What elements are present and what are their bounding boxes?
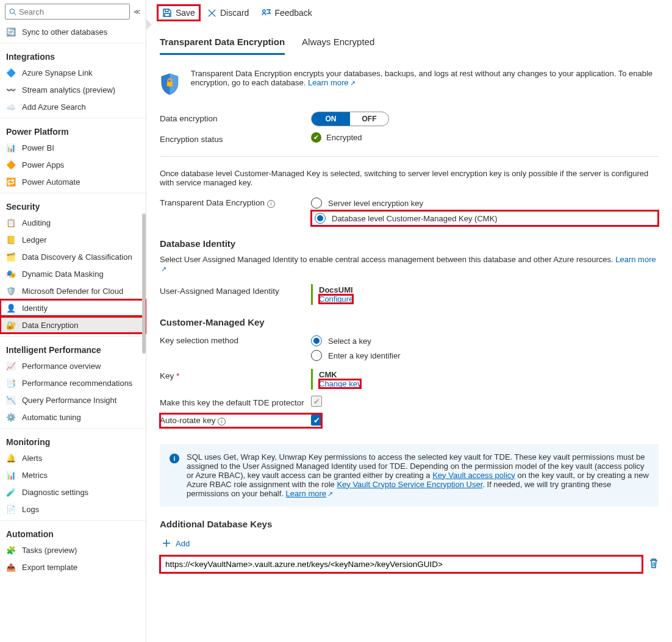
label-key-selection: Key selection method: [160, 333, 311, 345]
radio-server-key[interactable]: Server level encryption key: [311, 196, 659, 210]
discard-button[interactable]: Discard: [202, 5, 254, 21]
save-icon: [162, 8, 172, 18]
label-default-protector: Make this key the default TDE protector: [160, 396, 311, 407]
svg-point-4: [263, 10, 265, 12]
svg-line-1: [14, 13, 16, 15]
sidebar-item-data-encryption[interactable]: 🔐Data Encryption: [0, 316, 146, 333]
permission-callout: i SQL uses Get, Wrap Key, Unwrap Key per…: [160, 444, 659, 507]
section-intelligent: Intelligent Performance: [0, 339, 146, 357]
reco-icon: 📑: [6, 378, 16, 388]
label-uami: User-Assigned Managed Identity: [160, 284, 311, 296]
sidebar-item-diag[interactable]: 🧪Diagnostic settings: [0, 483, 146, 501]
tune-icon: ⚙️: [6, 412, 16, 422]
sidebar-item-ledger[interactable]: 📒Ledger: [0, 231, 146, 248]
metrics-icon: 📊: [6, 470, 16, 480]
sidebar-item-metrics[interactable]: 📊Metrics: [0, 466, 146, 483]
cmk-note: Once database level Customer-Managed Key…: [160, 169, 659, 187]
feedback-button[interactable]: Feedback: [256, 5, 316, 21]
sidebar: ≪ 🔄 Sync to other databases Integrations…: [0, 0, 146, 642]
intro-learn-link[interactable]: Learn more: [308, 78, 355, 87]
status-text: Encrypted: [326, 133, 362, 142]
sidebar-item-stream[interactable]: 〰️Stream analytics (preview): [0, 81, 146, 98]
sidebar-item-qpi[interactable]: 📉Query Performance Insight: [0, 391, 146, 408]
sidebar-item-logs[interactable]: 📄Logs: [0, 501, 146, 518]
section-power: Power Platform: [0, 121, 146, 139]
add-key-button[interactable]: Add: [160, 535, 192, 552]
trash-icon: [649, 558, 659, 569]
label-data-encryption: Data encryption: [160, 112, 311, 123]
plus-icon: [162, 539, 171, 547]
scrollbar-thumb[interactable]: [142, 213, 146, 354]
section-automation: Automation: [0, 523, 146, 541]
sidebar-item-discovery[interactable]: 🗂️Data Discovery & Classification: [0, 248, 146, 265]
radio-select-key[interactable]: Select a key: [311, 333, 659, 348]
sidebar-item-autotune[interactable]: ⚙️Automatic tuning: [0, 408, 146, 426]
synapse-icon: 🔷: [6, 68, 16, 77]
section-security: Security: [0, 196, 146, 214]
cloud-search-icon: ☁️: [6, 102, 16, 112]
sidebar-item-search[interactable]: ☁️Add Azure Search: [0, 98, 146, 115]
checkbox-auto-rotate[interactable]: ✔: [311, 415, 322, 426]
toggle-on[interactable]: ON: [312, 112, 350, 126]
alerts-icon: 🔔: [6, 453, 16, 463]
sidebar-item-synapse[interactable]: 🔷Azure Synapse Link: [0, 64, 146, 81]
change-key-link[interactable]: Change key: [319, 379, 361, 388]
main-content: Save Discard Feedback Transparent Data E…: [146, 0, 672, 642]
discard-icon: [207, 9, 216, 18]
defender-icon: 🛡️: [6, 286, 16, 296]
encryption-toggle[interactable]: ON OFF: [311, 112, 389, 126]
discovery-icon: 🗂️: [6, 252, 16, 262]
ledger-icon: 📒: [6, 235, 16, 244]
radio-enter-key[interactable]: Enter a key identifier: [311, 348, 659, 363]
sidebar-item-perf-overview[interactable]: 📈Performance overview: [0, 357, 146, 374]
toggle-off[interactable]: OFF: [350, 112, 388, 126]
intro-banner: Transparent Data Encryption encrypts you…: [160, 69, 659, 99]
sidebar-item-defender[interactable]: 🛡️Microsoft Defender for Cloud: [0, 282, 146, 299]
perf-icon: 📈: [6, 361, 16, 371]
stream-icon: 〰️: [6, 85, 16, 95]
checkbox-default-protector[interactable]: ✔: [311, 396, 322, 407]
toolbar: Save Discard Feedback: [146, 0, 672, 26]
tab-always-encrypted[interactable]: Always Encrypted: [302, 33, 374, 55]
sidebar-item-perf-reco[interactable]: 📑Performance recommendations: [0, 374, 146, 391]
logs-icon: 📄: [6, 504, 16, 514]
svg-rect-5: [167, 82, 173, 86]
save-button[interactable]: Save: [157, 5, 200, 21]
collapse-sidebar-icon[interactable]: ≪: [134, 8, 141, 16]
heading-cmk: Customer-Managed Key: [160, 317, 659, 327]
automate-icon: 🔁: [6, 177, 16, 187]
auditing-icon: 📋: [6, 218, 16, 227]
sidebar-item-identity[interactable]: 👤Identity: [0, 299, 146, 316]
link-kv-crypto-role[interactable]: Key Vault Crypto Service Encryption User: [337, 480, 482, 489]
sidebar-item-automate[interactable]: 🔁Power Automate: [0, 173, 146, 190]
sidebar-item-auditing[interactable]: 📋Auditing: [0, 214, 146, 231]
sidebar-item-powerapps[interactable]: 🔶Power Apps: [0, 156, 146, 173]
sidebar-item-alerts[interactable]: 🔔Alerts: [0, 449, 146, 466]
qpi-icon: 📉: [6, 395, 16, 405]
shield-icon: [160, 69, 180, 99]
export-icon: 📤: [6, 562, 16, 572]
uami-value: DocsUMI: [319, 285, 652, 294]
info-icon[interactable]: i: [267, 200, 275, 208]
additional-key-input[interactable]: [160, 555, 643, 573]
sidebar-item-powerbi[interactable]: 📊Power BI: [0, 139, 146, 156]
heading-db-identity: Database Identity: [160, 238, 659, 249]
sidebar-item-export[interactable]: 📤Export template: [0, 558, 146, 576]
configure-link[interactable]: Configure: [319, 294, 353, 304]
heading-additional-keys: Additional Database Keys: [160, 519, 659, 529]
search-input[interactable]: [19, 7, 126, 16]
tabs: Transparent Data Encryption Always Encry…: [160, 33, 659, 55]
search-input-wrap[interactable]: [5, 4, 130, 20]
sidebar-item-sync[interactable]: 🔄 Sync to other databases: [0, 23, 146, 40]
delete-key-button[interactable]: [649, 558, 659, 571]
sidebar-item-tasks[interactable]: 🧩Tasks (preview): [0, 541, 146, 558]
link-kv-access-policy[interactable]: Key Vault access policy: [432, 471, 515, 480]
link-callout-learn[interactable]: Learn more: [286, 489, 333, 498]
svg-point-0: [10, 9, 14, 13]
sidebar-item-masking[interactable]: 🎭Dynamic Data Masking: [0, 265, 146, 282]
tab-tde[interactable]: Transparent Data Encryption: [160, 33, 285, 55]
label-encryption-status: Encryption status: [160, 132, 311, 144]
info-icon-autorotate[interactable]: i: [218, 418, 226, 426]
radio-db-cmk[interactable]: Database level Customer-Managed Key (CMK…: [311, 210, 659, 226]
powerbi-icon: 📊: [6, 143, 16, 152]
